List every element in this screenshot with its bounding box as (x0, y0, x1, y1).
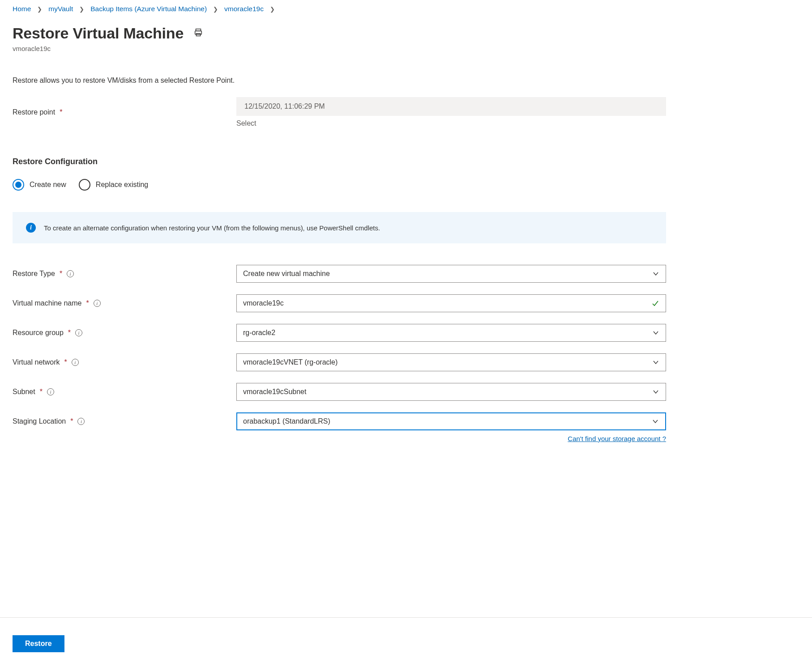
radio-unchecked-icon (79, 179, 90, 191)
intro-text: Restore allows you to restore VM/disks f… (13, 76, 799, 85)
info-circle-icon[interactable]: i (47, 388, 54, 395)
resource-group-select[interactable]: rg-oracle2 (236, 324, 666, 342)
storage-account-help-link[interactable]: Can't find your storage account ? (568, 435, 666, 442)
chevron-right-icon: ❯ (79, 6, 84, 13)
info-circle-icon[interactable]: i (72, 359, 79, 366)
restore-point-select-link[interactable]: Select (236, 119, 666, 127)
breadcrumb-vmoracle19c[interactable]: vmoracle19c (224, 5, 264, 13)
info-circle-icon[interactable]: i (77, 418, 85, 425)
radio-replace-existing[interactable]: Replace existing (79, 179, 148, 191)
chevron-right-icon: ❯ (37, 6, 42, 13)
info-circle-icon[interactable]: i (67, 270, 74, 277)
print-icon[interactable] (193, 28, 203, 39)
radio-create-new[interactable]: Create new (13, 179, 66, 191)
vm-name-input[interactable]: vmoracle19c (236, 294, 666, 312)
breadcrumb-myvault[interactable]: myVault (48, 5, 73, 13)
restore-button[interactable]: Restore (13, 635, 64, 652)
info-icon: i (26, 223, 36, 233)
breadcrumb-home[interactable]: Home (13, 5, 31, 13)
chevron-down-icon (652, 418, 659, 425)
radio-checked-icon (13, 179, 24, 191)
subnet-label: Subnet* i (13, 388, 236, 396)
chevron-down-icon (652, 270, 659, 277)
virtual-network-label: Virtual network* i (13, 358, 236, 366)
staging-location-label: Staging Location* i (13, 417, 236, 425)
chevron-down-icon (652, 329, 659, 336)
radio-create-new-label: Create new (30, 181, 66, 189)
radio-replace-existing-label: Replace existing (96, 181, 148, 189)
resource-group-label: Resource group* i (13, 329, 236, 337)
subnet-select[interactable]: vmoracle19cSubnet (236, 383, 666, 401)
virtual-network-select[interactable]: vmoracle19cVNET (rg-oracle) (236, 353, 666, 371)
info-circle-icon[interactable]: i (75, 329, 82, 336)
chevron-right-icon: ❯ (270, 6, 275, 13)
restore-type-select[interactable]: Create new virtual machine (236, 265, 666, 283)
restore-point-value: 12/15/2020, 11:06:29 PM (236, 97, 666, 116)
chevron-down-icon (652, 359, 659, 366)
svg-rect-2 (197, 34, 201, 36)
footer-separator (0, 617, 812, 618)
chevron-down-icon (652, 388, 659, 395)
restore-point-label: Restore point* (13, 108, 236, 116)
chevron-right-icon: ❯ (213, 6, 218, 13)
restore-configuration-heading: Restore Configuration (13, 157, 799, 166)
info-banner-text: To create an alternate configuration whe… (44, 224, 380, 232)
breadcrumb: Home ❯ myVault ❯ Backup Items (Azure Vir… (13, 4, 799, 15)
info-banner: i To create an alternate configuration w… (13, 212, 666, 243)
check-icon (651, 299, 659, 307)
info-circle-icon[interactable]: i (94, 300, 101, 307)
staging-location-select[interactable]: orabackup1 (StandardLRS) (236, 412, 666, 430)
page-subtitle: vmoracle19c (13, 45, 799, 52)
page-title: Restore Virtual Machine (13, 25, 184, 42)
breadcrumb-backup-items[interactable]: Backup Items (Azure Virtual Machine) (90, 5, 207, 13)
vm-name-label: Virtual machine name* i (13, 299, 236, 307)
restore-type-label: Restore Type* i (13, 270, 236, 278)
